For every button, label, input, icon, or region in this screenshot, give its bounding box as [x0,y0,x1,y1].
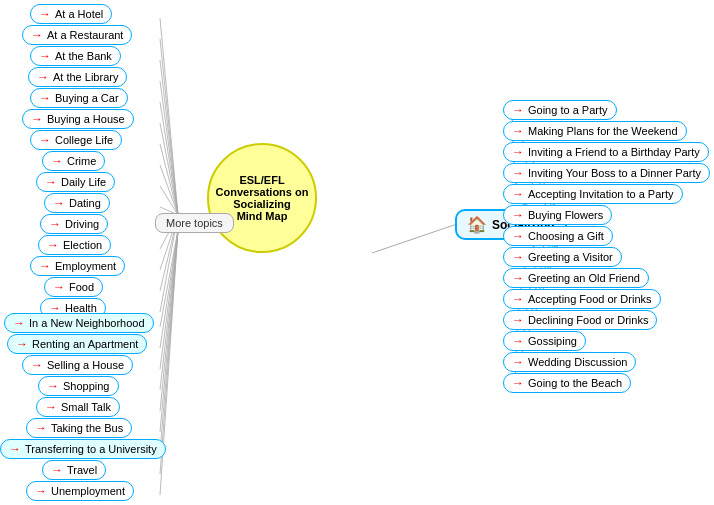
arrow-icon: → [45,400,57,414]
arrow-icon: → [512,124,524,138]
arrow-icon: → [512,334,524,348]
svg-line-1 [372,223,460,253]
left-topic-23[interactable]: →Unemployment [26,481,134,501]
center-node: ESL/EFL Conversations on Socializing Min… [207,143,317,253]
arrow-icon: → [45,175,57,189]
more-topics-node[interactable]: More topics [155,213,234,233]
arrow-icon: → [53,196,65,210]
left-topic-8[interactable]: →Daily Life [36,172,115,192]
arrow-icon: → [16,337,28,351]
mindmap-canvas: ESL/EFL Conversations on Socializing Min… [0,0,714,505]
right-topic-5[interactable]: →Buying Flowers [503,205,612,225]
arrow-icon: → [31,112,43,126]
house-icon: 🏠 [467,215,487,234]
svg-line-5 [160,81,178,215]
right-topic-1[interactable]: →Making Plans for the Weekend [503,121,687,141]
right-topic-10[interactable]: →Declining Food or Drinks [503,310,657,330]
arrow-icon: → [49,217,61,231]
left-topic-7[interactable]: →Crime [42,151,105,171]
right-topic-9[interactable]: →Accepting Food or Drinks [503,289,661,309]
svg-line-19 [160,230,178,369]
arrow-icon: → [512,103,524,117]
arrow-icon: → [512,166,524,180]
left-topic-1[interactable]: →At a Restaurant [22,25,132,45]
arrow-icon: → [31,28,43,42]
left-topic-20[interactable]: →Taking the Bus [26,418,132,438]
arrow-icon: → [39,91,51,105]
svg-line-18 [160,230,178,348]
arrow-icon: → [512,187,524,201]
left-topic-4[interactable]: →Buying a Car [30,88,128,108]
left-topic-16[interactable]: →Renting an Apartment [7,334,147,354]
arrow-icon: → [39,49,51,63]
right-topic-7[interactable]: →Greeting a Visitor [503,247,622,267]
arrow-icon: → [53,280,65,294]
left-topic-5[interactable]: →Buying a House [22,109,134,129]
arrow-icon: → [37,70,49,84]
svg-line-7 [160,123,178,215]
right-topic-2[interactable]: →Inviting a Friend to a Birthday Party [503,142,709,162]
svg-line-21 [160,230,178,411]
svg-line-23 [160,230,178,453]
arrow-icon: → [35,421,47,435]
arrow-icon: → [512,145,524,159]
right-topic-12[interactable]: →Wedding Discussion [503,352,636,372]
left-topic-22[interactable]: →Travel [42,460,106,480]
right-topic-6[interactable]: →Choosing a Gift [503,226,613,246]
arrow-icon: → [512,313,524,327]
left-topic-6[interactable]: →College Life [30,130,122,150]
left-topic-13[interactable]: →Food [44,277,103,297]
arrow-icon: → [512,271,524,285]
right-topic-0[interactable]: →Going to a Party [503,100,617,120]
arrow-icon: → [512,355,524,369]
left-topic-9[interactable]: →Dating [44,193,110,213]
svg-line-2 [160,18,178,215]
svg-line-4 [160,60,178,215]
arrow-icon: → [512,250,524,264]
arrow-icon: → [35,484,47,498]
svg-line-24 [160,230,178,474]
arrow-icon: → [9,442,21,456]
arrow-icon: → [512,292,524,306]
arrow-icon: → [47,238,59,252]
left-topic-12[interactable]: →Employment [30,256,125,276]
arrow-icon: → [13,316,25,330]
right-topic-8[interactable]: →Greeting an Old Friend [503,268,649,288]
arrow-icon: → [47,379,59,393]
svg-line-17 [160,230,178,327]
right-topic-4[interactable]: →Accepting Invitation to a Party [503,184,683,204]
left-topic-18[interactable]: →Shopping [38,376,119,396]
arrow-icon: → [39,133,51,147]
left-topic-17[interactable]: →Selling a House [22,355,133,375]
svg-line-8 [160,144,178,215]
svg-line-3 [160,39,178,215]
left-topic-3[interactable]: →At the Library [28,67,127,87]
arrow-icon: → [39,259,51,273]
left-topic-0[interactable]: →At a Hotel [30,4,112,24]
svg-line-9 [160,165,178,215]
svg-line-6 [160,102,178,215]
arrow-icon: → [512,376,524,390]
right-topic-13[interactable]: →Going to the Beach [503,373,631,393]
svg-line-10 [160,186,178,215]
arrow-icon: → [512,208,524,222]
arrow-icon: → [31,358,43,372]
left-topic-19[interactable]: →Small Talk [36,397,120,417]
left-topic-15[interactable]: →In a New Neighborhood [4,313,154,333]
left-topic-2[interactable]: →At the Bank [30,46,121,66]
svg-line-22 [160,230,178,432]
left-topic-21[interactable]: →Transferring to a University [0,439,166,459]
svg-line-20 [160,230,178,390]
right-topic-3[interactable]: →Inviting Your Boss to a Dinner Party [503,163,710,183]
arrow-icon: → [512,229,524,243]
left-topic-10[interactable]: →Driving [40,214,108,234]
arrow-icon: → [51,463,63,477]
right-topic-11[interactable]: →Gossiping [503,331,586,351]
left-topic-11[interactable]: →Election [38,235,111,255]
arrow-icon: → [51,154,63,168]
arrow-icon: → [39,7,51,21]
